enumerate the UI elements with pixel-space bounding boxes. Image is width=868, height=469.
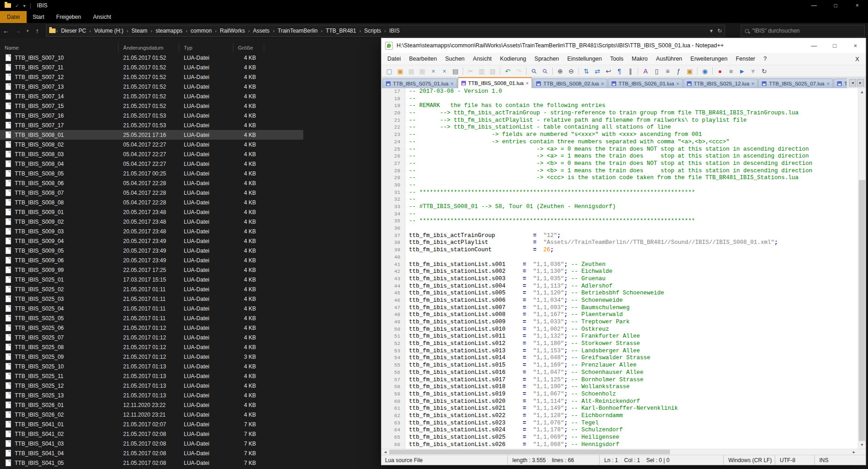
tab-close-icon[interactable]: × xyxy=(526,81,529,86)
indent-guide-icon[interactable]: ∥ xyxy=(625,66,636,76)
print-icon[interactable]: ▤ xyxy=(450,66,461,76)
quick-access-toggle-icon[interactable]: ▾ xyxy=(23,3,25,8)
breadcrumb-segment[interactable]: Scripts xyxy=(362,28,384,34)
history-dropdown-icon[interactable]: ▾ xyxy=(24,28,31,33)
file-row[interactable]: TTB_IBIS_S041_0221.05.2017 02:08LUA-Date… xyxy=(0,429,303,439)
file-row[interactable]: TTB_IBIS_S007_1121.05.2017 01:52LUA-Date… xyxy=(0,62,303,72)
refresh-icon[interactable]: ↻ xyxy=(717,28,722,34)
menu-sprachen[interactable]: Sprachen xyxy=(530,56,563,62)
document-tab[interactable]: TTB_IBIS_S025_12.lua× xyxy=(683,79,758,88)
document-tab[interactable]: TTB_IBIS_S026_01.lua× xyxy=(608,79,683,88)
file-row[interactable]: TTB_IBIS_S025_0821.05.2017 01:12LUA-Date… xyxy=(0,342,303,352)
maximize-button[interactable]: □ xyxy=(825,0,846,11)
user-language-icon[interactable]: A xyxy=(640,66,651,76)
file-row[interactable]: TTB_IBIS_S025_0321.05.2017 01:11LUA-Date… xyxy=(0,294,303,304)
file-row[interactable]: TTB_IBIS_S007_1321.05.2017 01:52LUA-Date… xyxy=(0,82,303,91)
tab-close-icon[interactable]: × xyxy=(601,81,604,86)
editor-area[interactable]: 1718192021222324252627282930313233343536… xyxy=(381,88,866,449)
address-dropdown-icon[interactable]: ▾ xyxy=(710,28,713,34)
document-tab[interactable]: TTB_IBIS_S008_01.lua× xyxy=(458,77,533,88)
function-list-icon[interactable]: ƒ xyxy=(673,66,684,76)
horizontal-scrollbar-thumb[interactable] xyxy=(389,450,670,454)
folder-as-workspace-icon[interactable]: ▣ xyxy=(684,66,695,76)
file-row[interactable]: TTB_IBIS_S041_0121.05.2017 02:07LUA-Date… xyxy=(0,419,303,429)
scroll-down-icon[interactable]: ▼ xyxy=(858,441,866,449)
close-all-icon[interactable]: × xyxy=(439,66,450,76)
breadcrumb-segment[interactable]: Volume (H:) xyxy=(91,28,126,34)
find-icon[interactable]: ⚲ xyxy=(528,66,539,76)
file-row[interactable]: TTB_IBIS_S009_0320.05.2017 23:48LUA-Date… xyxy=(0,226,303,236)
breadcrumb-segment[interactable]: TrainTeamBerlin xyxy=(275,28,320,34)
document-tab[interactable]: TTB_IBIS_S075_01.lua× xyxy=(382,79,457,88)
file-row[interactable]: TTB_IBIS_S041_0421.05.2017 02:08LUA-Date… xyxy=(0,448,303,458)
file-row[interactable]: TTB_IBIS_S007_1721.05.2017 01:53LUA-Date… xyxy=(0,120,303,130)
ribbon-tab-ansicht[interactable]: Ansicht xyxy=(87,11,117,23)
notepadpp-titlebar[interactable]: H:\Steam\steamapps\common\RailWorks\Asse… xyxy=(381,38,866,53)
file-row[interactable]: TTB_IBIS_S025_1021.05.2017 01:13LUA-Date… xyxy=(0,362,303,371)
tab-close-icon[interactable]: × xyxy=(827,81,829,86)
scroll-up-icon[interactable]: ▲ xyxy=(858,88,866,96)
sync-horizontal-icon[interactable]: ⇄ xyxy=(592,66,603,76)
tab-scroll-right-icon[interactable]: ► xyxy=(857,79,864,86)
file-row[interactable]: TTB_IBIS_S007_1521.05.2017 01:52LUA-Date… xyxy=(0,101,303,111)
menu-bearbeiten[interactable]: Bearbeiten xyxy=(405,56,441,62)
file-row[interactable]: TTB_IBIS_S009_9922.05.2017 17:25LUA-Date… xyxy=(0,265,303,275)
menu-ansicht[interactable]: Ansicht xyxy=(469,56,496,62)
menu-kodierung[interactable]: Kodierung xyxy=(496,56,530,62)
file-row[interactable]: TTB_IBIS_S009_0120.05.2017 23:48LUA-Date… xyxy=(0,207,303,217)
scroll-left-icon[interactable]: ◄ xyxy=(381,449,389,455)
document-list-icon[interactable]: ≡ xyxy=(662,66,673,76)
file-row[interactable]: TTB_IBIS_S009_0520.05.2017 23:49LUA-Date… xyxy=(0,246,303,255)
sync-vertical-icon[interactable]: ⇅ xyxy=(581,66,592,76)
breadcrumb-segment[interactable]: TTB_BR481 xyxy=(323,28,359,34)
scroll-right-icon[interactable]: ► xyxy=(850,449,858,455)
file-row[interactable]: TTB_IBIS_S025_0117.03.2017 15:15LUA-Date… xyxy=(0,275,303,284)
file-row[interactable]: TTB_IBIS_S007_1421.05.2017 01:52LUA-Date… xyxy=(0,91,303,101)
file-row[interactable]: TTB_IBIS_S008_0521.05.2017 00:25LUA-Date… xyxy=(0,169,303,178)
search-input[interactable]: "IBIS" durchsuchen xyxy=(741,25,865,37)
file-row[interactable]: TTB_IBIS_S025_0721.05.2017 01:12LUA-Date… xyxy=(0,333,303,342)
menu-datei[interactable]: Datei xyxy=(383,56,405,62)
file-row[interactable]: TTB_IBIS_S008_0405.04.2017 22:27LUA-Date… xyxy=(0,159,303,169)
file-row[interactable]: TTB_IBIS_S008_0605.04.2017 22:28LUA-Date… xyxy=(0,178,303,188)
file-row[interactable]: TTB_IBIS_S009_0620.05.2017 23:49LUA-Date… xyxy=(0,255,303,265)
file-row[interactable]: TTB_IBIS_S025_0621.05.2017 01:12LUA-Date… xyxy=(0,323,303,333)
document-tab[interactable]: TTB_IBIS_S008_02.lua× xyxy=(533,79,607,88)
breadcrumb-segment[interactable]: steamapps xyxy=(153,28,185,34)
macro-record-icon[interactable]: ● xyxy=(715,66,726,76)
tab-close-icon[interactable]: × xyxy=(451,81,454,86)
file-row[interactable]: TTB_IBIS_S026_0212.11.2020 23:21LUA-Date… xyxy=(0,410,303,419)
minimize-button[interactable]: — xyxy=(803,0,825,11)
show-all-characters-icon[interactable]: ¶ xyxy=(614,66,625,76)
ribbon-tab-datei[interactable]: Datei xyxy=(0,11,27,23)
document-map-icon[interactable]: ▯ xyxy=(651,66,662,76)
macro-run-icon[interactable]: ↻ xyxy=(759,66,770,76)
back-icon[interactable]: ← xyxy=(0,27,12,34)
menubar-close-icon[interactable]: X xyxy=(855,56,866,62)
file-row[interactable]: TTB_IBIS_S025_1121.05.2017 01:13LUA-Date… xyxy=(0,371,303,381)
file-row[interactable]: TTB_IBIS_S041_0521.05.2017 02:08LUA-Date… xyxy=(0,458,303,468)
horizontal-scrollbar[interactable]: ◄ ► xyxy=(381,449,866,455)
quick-access-check-icon[interactable]: ✓ xyxy=(15,3,19,8)
breadcrumb-segment[interactable]: IBIS xyxy=(386,28,403,34)
file-row[interactable]: TTB_IBIS_S008_0305.04.2017 22:27LUA-Date… xyxy=(0,149,303,159)
menu-fenster[interactable]: Fenster xyxy=(732,56,759,62)
open-file-icon[interactable]: ▣ xyxy=(395,66,406,76)
file-row[interactable]: TTB_IBIS_S009_0420.05.2017 23:49LUA-Date… xyxy=(0,236,303,246)
undo-icon[interactable]: ↶ xyxy=(502,66,513,76)
breadcrumb-segment[interactable]: Steam xyxy=(129,28,150,34)
tab-close-icon[interactable]: × xyxy=(752,81,755,86)
column-header-size[interactable]: Größe xyxy=(233,43,264,52)
maximize-button[interactable]: □ xyxy=(824,38,845,53)
menu-suchen[interactable]: Suchen xyxy=(441,56,469,62)
breadcrumb-segment[interactable]: Assets xyxy=(250,28,272,34)
file-row[interactable]: TTB_IBIS_S026_0112.11.2020 23:22LUA-Date… xyxy=(0,400,303,410)
new-file-icon[interactable]: ▢ xyxy=(384,66,395,76)
file-row[interactable]: TTB_IBIS_S008_0805.04.2017 22:28LUA-Date… xyxy=(0,198,303,207)
breadcrumb-segment[interactable]: common xyxy=(188,28,215,34)
file-row[interactable]: TTB_IBIS_S025_1321.05.2017 01:13LUA-Date… xyxy=(0,390,303,400)
menu-einstellungen[interactable]: Einstellungen xyxy=(563,56,606,62)
up-icon[interactable]: ↑ xyxy=(31,27,43,34)
monitoring-icon[interactable]: ◉ xyxy=(699,66,710,76)
column-header-date[interactable]: Änderungsdatum xyxy=(119,43,179,52)
